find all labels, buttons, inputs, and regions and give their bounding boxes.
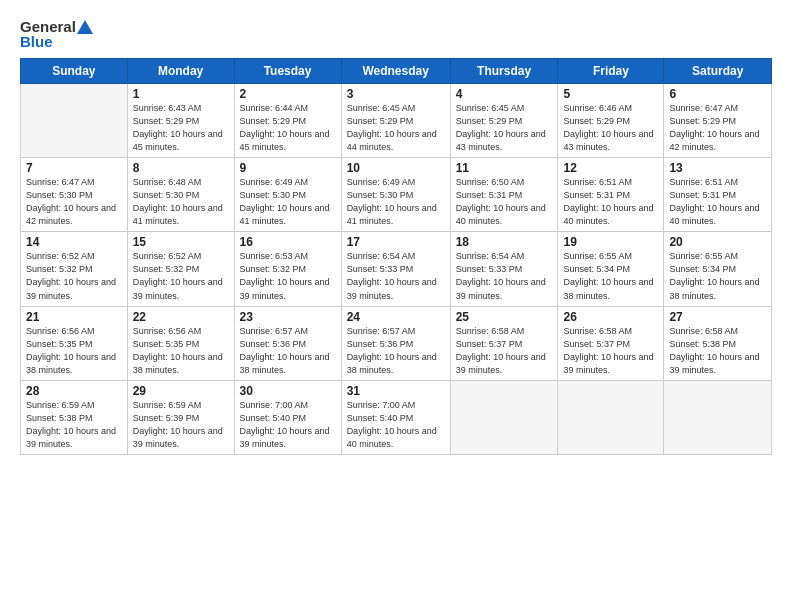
day-info: Sunrise: 6:55 AMSunset: 5:34 PMDaylight:…	[563, 250, 658, 302]
day-number: 16	[240, 235, 336, 249]
calendar-cell: 14Sunrise: 6:52 AMSunset: 5:32 PMDayligh…	[21, 232, 128, 306]
logo-triangle	[77, 20, 93, 34]
day-number: 1	[133, 87, 229, 101]
calendar-cell: 4Sunrise: 6:45 AMSunset: 5:29 PMDaylight…	[450, 84, 558, 158]
day-number: 19	[563, 235, 658, 249]
day-number: 7	[26, 161, 122, 175]
day-number: 10	[347, 161, 445, 175]
day-number: 15	[133, 235, 229, 249]
weekday-header-thursday: Thursday	[450, 59, 558, 84]
calendar-cell: 8Sunrise: 6:48 AMSunset: 5:30 PMDaylight…	[127, 158, 234, 232]
weekday-header-monday: Monday	[127, 59, 234, 84]
calendar-cell: 6Sunrise: 6:47 AMSunset: 5:29 PMDaylight…	[664, 84, 772, 158]
day-number: 28	[26, 384, 122, 398]
calendar-cell: 17Sunrise: 6:54 AMSunset: 5:33 PMDayligh…	[341, 232, 450, 306]
day-info: Sunrise: 6:49 AMSunset: 5:30 PMDaylight:…	[240, 176, 336, 228]
day-number: 6	[669, 87, 766, 101]
day-number: 5	[563, 87, 658, 101]
day-info: Sunrise: 6:45 AMSunset: 5:29 PMDaylight:…	[347, 102, 445, 154]
day-number: 8	[133, 161, 229, 175]
day-info: Sunrise: 7:00 AMSunset: 5:40 PMDaylight:…	[240, 399, 336, 451]
day-info: Sunrise: 6:44 AMSunset: 5:29 PMDaylight:…	[240, 102, 336, 154]
day-info: Sunrise: 6:46 AMSunset: 5:29 PMDaylight:…	[563, 102, 658, 154]
day-number: 30	[240, 384, 336, 398]
day-info: Sunrise: 6:54 AMSunset: 5:33 PMDaylight:…	[456, 250, 553, 302]
calendar-cell: 16Sunrise: 6:53 AMSunset: 5:32 PMDayligh…	[234, 232, 341, 306]
day-info: Sunrise: 6:56 AMSunset: 5:35 PMDaylight:…	[133, 325, 229, 377]
day-number: 26	[563, 310, 658, 324]
calendar-cell: 25Sunrise: 6:58 AMSunset: 5:37 PMDayligh…	[450, 306, 558, 380]
day-number: 25	[456, 310, 553, 324]
calendar-cell	[450, 380, 558, 454]
day-info: Sunrise: 6:49 AMSunset: 5:30 PMDaylight:…	[347, 176, 445, 228]
day-number: 29	[133, 384, 229, 398]
day-info: Sunrise: 6:54 AMSunset: 5:33 PMDaylight:…	[347, 250, 445, 302]
calendar-cell: 1Sunrise: 6:43 AMSunset: 5:29 PMDaylight…	[127, 84, 234, 158]
calendar-cell: 23Sunrise: 6:57 AMSunset: 5:36 PMDayligh…	[234, 306, 341, 380]
day-info: Sunrise: 6:50 AMSunset: 5:31 PMDaylight:…	[456, 176, 553, 228]
calendar-week-4: 21Sunrise: 6:56 AMSunset: 5:35 PMDayligh…	[21, 306, 772, 380]
weekday-header-sunday: Sunday	[21, 59, 128, 84]
day-info: Sunrise: 6:53 AMSunset: 5:32 PMDaylight:…	[240, 250, 336, 302]
page: General Blue SundayMondayTuesdayWednesda…	[0, 0, 792, 612]
calendar-cell	[21, 84, 128, 158]
day-info: Sunrise: 6:58 AMSunset: 5:38 PMDaylight:…	[669, 325, 766, 377]
day-number: 27	[669, 310, 766, 324]
logo: General Blue	[20, 18, 93, 50]
calendar-cell: 9Sunrise: 6:49 AMSunset: 5:30 PMDaylight…	[234, 158, 341, 232]
day-info: Sunrise: 6:55 AMSunset: 5:34 PMDaylight:…	[669, 250, 766, 302]
day-info: Sunrise: 6:52 AMSunset: 5:32 PMDaylight:…	[26, 250, 122, 302]
calendar-cell: 18Sunrise: 6:54 AMSunset: 5:33 PMDayligh…	[450, 232, 558, 306]
calendar-week-1: 1Sunrise: 6:43 AMSunset: 5:29 PMDaylight…	[21, 84, 772, 158]
day-info: Sunrise: 6:47 AMSunset: 5:29 PMDaylight:…	[669, 102, 766, 154]
calendar-cell: 12Sunrise: 6:51 AMSunset: 5:31 PMDayligh…	[558, 158, 664, 232]
day-number: 24	[347, 310, 445, 324]
header: General Blue	[20, 18, 772, 50]
calendar-cell: 19Sunrise: 6:55 AMSunset: 5:34 PMDayligh…	[558, 232, 664, 306]
day-number: 11	[456, 161, 553, 175]
day-info: Sunrise: 6:47 AMSunset: 5:30 PMDaylight:…	[26, 176, 122, 228]
day-number: 13	[669, 161, 766, 175]
calendar-cell: 20Sunrise: 6:55 AMSunset: 5:34 PMDayligh…	[664, 232, 772, 306]
day-number: 12	[563, 161, 658, 175]
day-info: Sunrise: 6:51 AMSunset: 5:31 PMDaylight:…	[563, 176, 658, 228]
calendar-cell: 10Sunrise: 6:49 AMSunset: 5:30 PMDayligh…	[341, 158, 450, 232]
weekday-header-saturday: Saturday	[664, 59, 772, 84]
day-number: 20	[669, 235, 766, 249]
weekday-header-friday: Friday	[558, 59, 664, 84]
calendar-cell: 3Sunrise: 6:45 AMSunset: 5:29 PMDaylight…	[341, 84, 450, 158]
weekday-header-tuesday: Tuesday	[234, 59, 341, 84]
day-info: Sunrise: 6:51 AMSunset: 5:31 PMDaylight:…	[669, 176, 766, 228]
calendar-table: SundayMondayTuesdayWednesdayThursdayFrid…	[20, 58, 772, 455]
day-number: 23	[240, 310, 336, 324]
day-info: Sunrise: 6:43 AMSunset: 5:29 PMDaylight:…	[133, 102, 229, 154]
day-info: Sunrise: 6:45 AMSunset: 5:29 PMDaylight:…	[456, 102, 553, 154]
day-number: 31	[347, 384, 445, 398]
day-info: Sunrise: 6:52 AMSunset: 5:32 PMDaylight:…	[133, 250, 229, 302]
calendar-cell: 22Sunrise: 6:56 AMSunset: 5:35 PMDayligh…	[127, 306, 234, 380]
calendar-cell: 11Sunrise: 6:50 AMSunset: 5:31 PMDayligh…	[450, 158, 558, 232]
calendar-cell: 29Sunrise: 6:59 AMSunset: 5:39 PMDayligh…	[127, 380, 234, 454]
calendar-cell: 7Sunrise: 6:47 AMSunset: 5:30 PMDaylight…	[21, 158, 128, 232]
day-number: 18	[456, 235, 553, 249]
day-info: Sunrise: 6:57 AMSunset: 5:36 PMDaylight:…	[240, 325, 336, 377]
day-number: 4	[456, 87, 553, 101]
calendar-week-5: 28Sunrise: 6:59 AMSunset: 5:38 PMDayligh…	[21, 380, 772, 454]
day-number: 22	[133, 310, 229, 324]
weekday-header-wednesday: Wednesday	[341, 59, 450, 84]
calendar-cell: 30Sunrise: 7:00 AMSunset: 5:40 PMDayligh…	[234, 380, 341, 454]
day-info: Sunrise: 6:59 AMSunset: 5:39 PMDaylight:…	[133, 399, 229, 451]
day-info: Sunrise: 6:56 AMSunset: 5:35 PMDaylight:…	[26, 325, 122, 377]
calendar-cell: 24Sunrise: 6:57 AMSunset: 5:36 PMDayligh…	[341, 306, 450, 380]
logo-blue: Blue	[20, 33, 53, 50]
day-number: 9	[240, 161, 336, 175]
calendar-cell: 31Sunrise: 7:00 AMSunset: 5:40 PMDayligh…	[341, 380, 450, 454]
day-number: 17	[347, 235, 445, 249]
day-number: 3	[347, 87, 445, 101]
day-info: Sunrise: 6:48 AMSunset: 5:30 PMDaylight:…	[133, 176, 229, 228]
calendar-cell	[558, 380, 664, 454]
calendar-cell: 15Sunrise: 6:52 AMSunset: 5:32 PMDayligh…	[127, 232, 234, 306]
day-number: 2	[240, 87, 336, 101]
calendar-cell: 2Sunrise: 6:44 AMSunset: 5:29 PMDaylight…	[234, 84, 341, 158]
calendar-cell: 26Sunrise: 6:58 AMSunset: 5:37 PMDayligh…	[558, 306, 664, 380]
